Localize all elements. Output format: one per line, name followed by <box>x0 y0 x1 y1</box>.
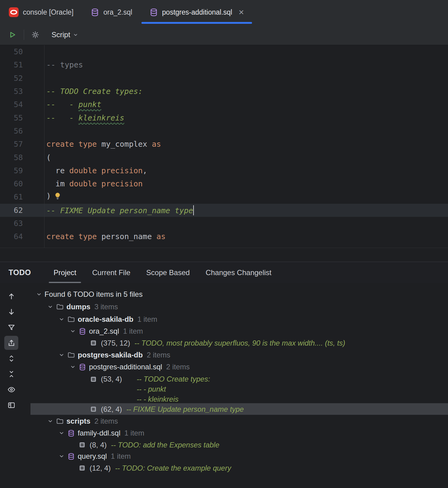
tree-row-file-family-ddl.sql[interactable]: family-ddl.sql1 item <box>30 427 448 439</box>
tree-row-item[interactable]: (62, 4)-- FIXME Update person_name type <box>30 403 448 415</box>
tree-row-file-query.sql[interactable]: query.sql1 item <box>30 450 448 462</box>
close-icon[interactable]: × <box>239 8 244 17</box>
code-line[interactable]: 51-- types <box>0 58 448 71</box>
chevron-down-icon[interactable] <box>58 315 66 323</box>
todo-tab-scope-based[interactable]: Scope Based <box>138 262 198 283</box>
filter-icon[interactable] <box>4 320 18 334</box>
tree-row-folder-dumps[interactable]: dumps3 items <box>30 300 448 313</box>
code-segment: -- - <box>46 100 78 109</box>
code-line[interactable]: 59 re double precision, <box>0 164 448 177</box>
code-line[interactable]: 55-- - kleinkreis <box>0 111 448 124</box>
todo-summary-text: Found 6 TODO items in 5 files <box>44 290 143 299</box>
tree-node-count: 1 item <box>124 429 144 437</box>
code-text: re double precision, <box>23 166 147 175</box>
code-line[interactable]: 60 im double precision <box>0 177 448 190</box>
code-editor[interactable]: 5051-- types5253-- TODO Create types:54-… <box>0 45 448 248</box>
code-line[interactable]: 63 <box>0 217 448 230</box>
tree-row-folder-scripts[interactable]: scripts2 items <box>30 415 448 427</box>
chevron-down-icon[interactable] <box>58 452 66 460</box>
layout-icon[interactable] <box>4 398 18 412</box>
tree-node-count: 2 items <box>166 363 190 371</box>
line-number: 54 <box>0 100 23 109</box>
code-line[interactable]: 52 <box>0 72 448 85</box>
editor-toolbar: Script <box>0 24 448 45</box>
database-icon <box>78 363 86 371</box>
code-line[interactable]: 56 <box>0 124 448 138</box>
editor-tab[interactable]: postgres-additional.sql× <box>141 0 253 24</box>
intention-bulb-icon[interactable] <box>53 192 62 202</box>
todo-item-text: -- TODO: add the Expenses table <box>111 440 219 450</box>
tree-row-file-postgres-additional.sql[interactable]: postgres-additional.sql2 items <box>30 361 448 373</box>
tree-node-count: 1 item <box>111 452 131 461</box>
chevron-down-icon[interactable] <box>46 303 54 311</box>
tree-row-item[interactable]: (12, 4)-- TODO: Create the example query <box>30 462 448 474</box>
tree-row-summary[interactable]: Found 6 TODO items in 5 files <box>30 288 448 300</box>
preview-eye-icon[interactable] <box>4 382 18 396</box>
expand-all-icon[interactable] <box>4 351 18 365</box>
code-line[interactable]: 61) <box>0 190 448 203</box>
tree-row-folder-postgres-sakila-db[interactable]: postgres-sakila-db2 items <box>30 349 448 361</box>
todo-tab-project[interactable]: Project <box>46 262 84 283</box>
chevron-down-icon[interactable] <box>58 429 66 437</box>
todo-tab-current-file[interactable]: Current File <box>84 262 138 283</box>
line-number: 64 <box>0 232 23 241</box>
todo-item-text: -- TODO: Create the example query <box>115 463 231 473</box>
code-line[interactable]: 57create type my_complex as <box>0 138 448 151</box>
tab-label: postgres-additional.sql <box>162 8 232 16</box>
tree-node-name: scripts <box>66 417 91 425</box>
database-icon <box>149 8 158 17</box>
collapse-all-icon[interactable] <box>4 367 18 381</box>
todo-item-location: (8, 4) <box>90 440 107 450</box>
chevron-down-icon[interactable] <box>46 417 54 425</box>
code-line[interactable]: 53-- TODO Create types: <box>0 85 448 98</box>
code-line[interactable]: 50 <box>0 45 448 58</box>
up-arrow-icon[interactable] <box>4 289 18 303</box>
settings-button[interactable] <box>28 28 42 42</box>
todo-item-location: (375, 12) <box>101 338 130 348</box>
tree-node-name: query.sql <box>78 452 107 461</box>
code-line[interactable]: 62-- FIXME Update person_name type <box>0 204 448 217</box>
gutter-divider <box>44 45 44 248</box>
code-line[interactable]: 54-- - punkt <box>0 98 448 111</box>
code-segment: person_name <box>97 232 157 241</box>
editor-tab[interactable]: console [Oracle] <box>0 0 82 24</box>
todo-comment-line: -- - punkt <box>137 384 210 394</box>
tree-row-file-ora_2.sql[interactable]: ora_2.sql1 item <box>30 325 448 337</box>
database-icon <box>67 429 75 437</box>
code-text: -- FIXME Update person_name type <box>23 205 194 215</box>
tree-node-count: 2 items <box>94 417 118 425</box>
code-line[interactable]: 64create type person_name as <box>0 230 448 243</box>
tree-row-folder-oracle-sakila-db[interactable]: oracle-sakila-db1 item <box>30 313 448 325</box>
chevron-down-icon[interactable] <box>69 363 77 371</box>
todo-comment-line: -- TODO: add the Expenses table <box>111 440 219 450</box>
todo-tab-changes-changelist[interactable]: Changes Changelist <box>198 262 279 283</box>
todo-item-text: -- TODO, most probably superfluos, 90 is… <box>134 338 345 348</box>
run-script-button[interactable] <box>5 28 20 42</box>
tree-row-item[interactable]: (8, 4)-- TODO: add the Expenses table <box>30 439 448 450</box>
tab-label: console [Oracle] <box>23 8 73 16</box>
ide-window: console [Oracle]ora_2.sqlpostgres-additi… <box>0 0 448 488</box>
todo-panel-body: Found 6 TODO items in 5 filesdumps3 item… <box>0 283 448 488</box>
editor-tab[interactable]: ora_2.sql <box>82 0 141 24</box>
text-caret <box>193 205 194 215</box>
editor-bottom-area <box>0 248 448 262</box>
chevron-down-icon[interactable] <box>35 290 43 298</box>
tree-node-count: 1 item <box>123 327 143 336</box>
line-number: 52 <box>0 74 23 83</box>
script-dropdown[interactable]: Script <box>52 30 79 39</box>
code-line[interactable]: 58( <box>0 151 448 164</box>
tree-node-count: 1 item <box>137 315 157 324</box>
code-text: -- types <box>23 60 83 69</box>
todo-tree: Found 6 TODO items in 5 filesdumps3 item… <box>30 283 448 488</box>
tree-row-item[interactable]: (53, 4)-- TODO Create types:-- - punkt--… <box>30 373 448 403</box>
tree-node-name: postgres-additional.sql <box>89 363 162 371</box>
autoscroll-to-source-icon[interactable] <box>4 336 18 350</box>
chevron-down-icon[interactable] <box>58 351 66 359</box>
todo-comment-line: -- TODO Create types: <box>137 374 210 384</box>
tree-node-count: 2 items <box>147 351 170 359</box>
chevron-down-icon[interactable] <box>69 327 77 335</box>
down-arrow-icon[interactable] <box>4 305 18 319</box>
todo-item-location: (12, 4) <box>90 463 111 473</box>
tree-row-item[interactable]: (375, 12)-- TODO, most probably superflu… <box>30 337 448 349</box>
code-segment: as <box>156 232 165 241</box>
